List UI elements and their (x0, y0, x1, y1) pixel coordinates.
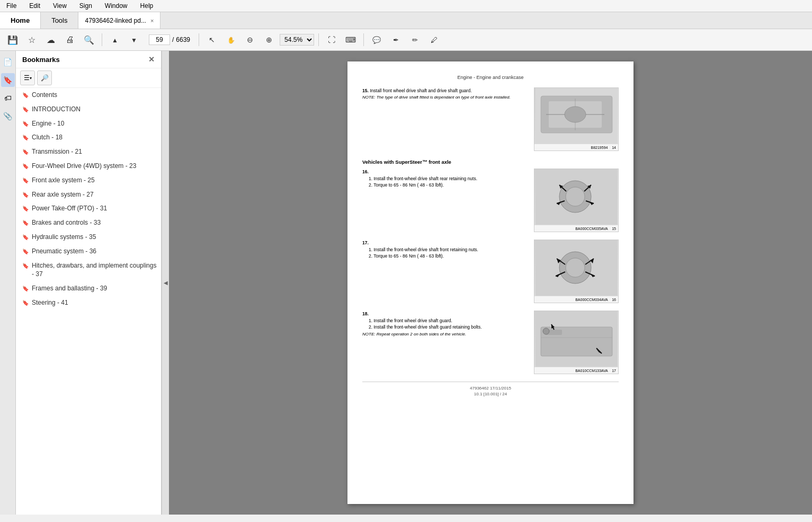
pdf-footer-page: 10.1 [10.001] / 24 (362, 391, 619, 397)
bookmarks-list: 🔖 Contents 🔖 INTRODUCTION 🔖 Engine - 10 … (16, 88, 161, 515)
cloud-button[interactable] (42, 31, 59, 48)
save-icon (7, 35, 18, 45)
step16-text: 16. 1. Install the front-wheel drive sha… (362, 169, 529, 232)
left-icon-tag[interactable]: 🏷 (1, 91, 15, 105)
page-number-input[interactable] (149, 34, 170, 45)
pdf-viewer[interactable]: Engine - Engine and crankcase 15. Instal… (169, 51, 812, 515)
cursor-tool-button[interactable] (203, 31, 220, 48)
svg-point-32 (543, 328, 549, 334)
sep2 (199, 33, 199, 46)
bookmark-label-engine: Engine - 10 (32, 119, 64, 128)
bookmark-icon-introduction: 🔖 (22, 106, 29, 113)
step15-img-caption: B8219594 14 (534, 144, 618, 151)
bookmark-label-frames: Frames and ballasting - 39 (32, 284, 107, 293)
hand-tool-button[interactable] (222, 31, 239, 48)
pen-button[interactable] (387, 31, 404, 48)
save-button[interactable] (4, 31, 21, 48)
step18-sub2: 2. Install the front-wheel drive shaft g… (369, 324, 482, 330)
search-button[interactable] (81, 31, 97, 48)
bookmark-item-brakes[interactable]: 🔖 Brakes and controls - 33 (16, 216, 161, 230)
edit-button[interactable] (406, 31, 423, 48)
tab-close-button[interactable]: × (150, 17, 154, 24)
bookmark-item-frames[interactable]: 🔖 Frames and ballasting - 39 (16, 281, 161, 296)
zoom-select[interactable]: 54.5% 25% 50% 75% 100% 125% 150% 200% (280, 34, 314, 46)
bookmark-label-introduction: INTRODUCTION (32, 105, 81, 114)
sidebar-header: Bookmarks ✕ (16, 51, 161, 68)
fit-icon (328, 35, 335, 45)
bookmark-item-pto[interactable]: 🔖 Power Take-Off (PTO) - 31 (16, 201, 161, 216)
tab-document[interactable]: 47936462-linked pd... × (78, 12, 160, 29)
bookmark-item-rear-axle[interactable]: 🔖 Rear axle system - 27 (16, 188, 161, 202)
bookmark-item-4wd[interactable]: 🔖 Four-Wheel Drive (4WD) system - 23 (16, 159, 161, 173)
tab-tools[interactable]: Tools (41, 12, 78, 29)
bookmark-item-steering[interactable]: 🔖 Steering - 41 (16, 296, 161, 310)
menu-window[interactable]: Window (103, 1, 130, 11)
scroll-down-button[interactable] (126, 31, 142, 48)
bookmark-item-introduction[interactable]: 🔖 INTRODUCTION (16, 102, 161, 117)
bookmark-item-clutch[interactable]: 🔖 Clutch - 18 (16, 130, 161, 145)
step16-img-placeholder (534, 169, 618, 225)
favorite-button[interactable] (23, 31, 40, 48)
step15-img-id: B8219594 (591, 146, 608, 149)
page-input-area: / 6639 (149, 34, 190, 45)
tab-home[interactable]: Home (0, 12, 41, 29)
bookmark-icon-contents: 🔖 (22, 92, 29, 99)
keyboard-button[interactable] (342, 31, 359, 48)
menu-help[interactable]: Help (138, 1, 156, 11)
bookmark-item-hydraulic[interactable]: 🔖 Hydraulic systems - 35 (16, 230, 161, 244)
scroll-up-button[interactable] (106, 31, 123, 48)
pdf-footer: 47936462 17/11/2015 10.1 [10.001] / 24 (362, 382, 619, 397)
step16-sub1: 1. Install the front-wheel drive shaft r… (369, 176, 477, 181)
menu-view[interactable]: View (51, 1, 69, 11)
sidebar-find-btn[interactable]: 🔎 (37, 70, 52, 85)
fit-page-button[interactable] (323, 31, 340, 48)
search-icon (84, 35, 94, 45)
bookmark-icon-pto: 🔖 (22, 205, 29, 213)
menu-file[interactable]: File (4, 1, 19, 11)
tab-bar: Home Tools 47936462-linked pd... × (0, 12, 812, 29)
collapse-icon: ◀ (164, 280, 168, 286)
left-icon-paperclip[interactable]: 📎 (1, 109, 15, 123)
menu-edit[interactable]: Edit (27, 1, 42, 11)
bookmark-item-engine[interactable]: 🔖 Engine - 10 (16, 117, 161, 131)
print-button[interactable] (61, 31, 78, 48)
step17-img-num: 16 (612, 298, 616, 302)
bookmark-item-transmission[interactable]: 🔖 Transmission - 21 (16, 145, 161, 159)
bookmark-icon-hydraulic: 🔖 (22, 234, 29, 241)
sidebar-view-btn[interactable]: ☰ ▾ (20, 70, 35, 85)
bookmark-item-hitches[interactable]: 🔖 Hitches, drawbars, and implement coupl… (16, 259, 161, 282)
left-sidebar-icons: 📄 🔖 🏷 📎 (0, 51, 16, 515)
bookmark-label-contents: Contents (32, 91, 57, 100)
step17-sub1: 1. Install the front-wheel drive shaft f… (369, 247, 478, 252)
sidebar-collapse-button[interactable]: ◀ (162, 51, 169, 515)
left-icon-bookmark[interactable]: 🔖 (1, 73, 15, 87)
svg-point-5 (565, 107, 586, 122)
step15-image: B8219594 14 (534, 87, 619, 151)
svg-point-8 (566, 187, 585, 206)
comment-button[interactable] (368, 31, 385, 48)
bookmark-label-clutch: Clutch - 18 (32, 133, 63, 142)
pdf-footer-doc: 47936462 17/11/2015 (362, 385, 619, 391)
step17-image: BA000CCM034AVA 16 (534, 240, 619, 303)
sidebar-close-button[interactable]: ✕ (148, 55, 155, 64)
bookmark-item-front-axle[interactable]: 🔖 Front axle system - 25 (16, 173, 161, 188)
bookmark-label-brakes: Brakes and controls - 33 (32, 218, 101, 227)
chevron-down-icon: ▾ (30, 76, 32, 81)
sign-button[interactable] (425, 31, 442, 48)
step15-text: 15. Install front wheel drive shaft and … (362, 87, 529, 151)
step16-img-num: 15 (612, 227, 616, 231)
menu-sign[interactable]: Sign (77, 1, 94, 11)
bookmark-item-pneumatic[interactable]: 🔖 Pneumatic system - 36 (16, 244, 161, 259)
zoom-in-button[interactable] (261, 31, 278, 48)
bookmarks-sidebar: Bookmarks ✕ ☰ ▾ 🔎 🔖 Contents 🔖 INTRODUCT… (16, 51, 162, 515)
keyboard-icon (345, 35, 356, 45)
zoom-out-button[interactable] (242, 31, 258, 48)
bookmark-item-contents[interactable]: 🔖 Contents (16, 88, 161, 102)
sep3 (318, 33, 319, 46)
step15-instruction: Install front wheel drive shaft and driv… (370, 88, 471, 93)
left-icon-doc[interactable]: 📄 (1, 55, 15, 69)
bookmark-icon-pneumatic: 🔖 (22, 248, 29, 255)
menu-bar: File Edit View Sign Window Help (0, 0, 812, 12)
step17-img-caption: BA000CCM034AVA 16 (534, 296, 618, 303)
sep1 (102, 33, 102, 46)
